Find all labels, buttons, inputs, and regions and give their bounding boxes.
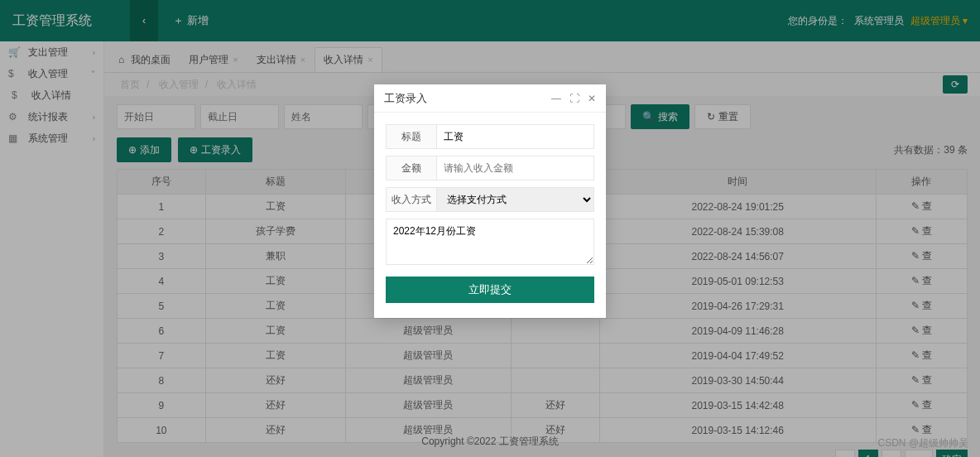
- field-method-label: 收入方式: [386, 187, 437, 212]
- salary-entry-modal: 工资录入 — ⛶ ✕ 标题 金额 收入方式 选择支付方式 2022年12月份工资…: [374, 84, 606, 318]
- minimize-icon[interactable]: —: [551, 93, 561, 104]
- modal-overlay[interactable]: 工资录入 — ⛶ ✕ 标题 金额 收入方式 选择支付方式 2022年12月份工资…: [0, 0, 980, 457]
- submit-button[interactable]: 立即提交: [386, 277, 594, 303]
- field-notes-textarea[interactable]: 2022年12月份工资: [386, 219, 594, 265]
- field-amount-label: 金额: [386, 156, 437, 180]
- field-method-select[interactable]: 选择支付方式: [437, 187, 594, 212]
- field-title-input[interactable]: [437, 124, 594, 149]
- modal-title: 工资录入: [384, 91, 427, 106]
- maximize-icon[interactable]: ⛶: [569, 93, 579, 104]
- field-amount-input[interactable]: [437, 156, 594, 180]
- close-icon[interactable]: ✕: [588, 93, 596, 104]
- field-title-label: 标题: [386, 124, 437, 149]
